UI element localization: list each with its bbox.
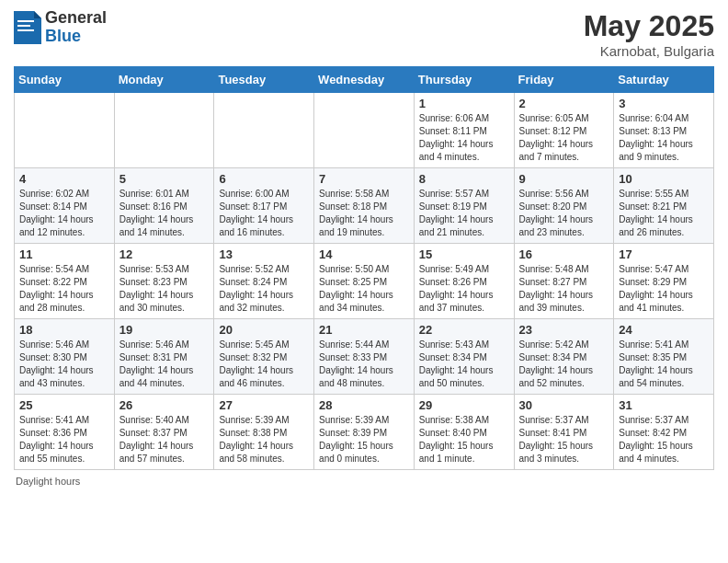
svg-rect-2	[17, 20, 34, 22]
day-info: Sunrise: 5:45 AM Sunset: 8:32 PM Dayligh…	[219, 339, 309, 390]
day-info: Sunrise: 5:41 AM Sunset: 8:36 PM Dayligh…	[19, 414, 109, 465]
day-number: 11	[19, 247, 109, 261]
day-number: 22	[419, 323, 509, 337]
calendar-cell: 15Sunrise: 5:49 AM Sunset: 8:26 PM Dayli…	[414, 244, 514, 319]
day-info: Sunrise: 5:48 AM Sunset: 8:27 PM Dayligh…	[519, 263, 609, 315]
page: General Blue May 2025 Karnobat, Bulgaria…	[0, 0, 728, 500]
day-info: Sunrise: 5:38 AM Sunset: 8:40 PM Dayligh…	[419, 414, 509, 465]
day-info: Sunrise: 5:49 AM Sunset: 8:26 PM Dayligh…	[419, 263, 509, 315]
day-number: 31	[619, 398, 709, 412]
title-block: May 2025 Karnobat, Bulgaria	[584, 9, 714, 59]
calendar-week-3: 11Sunrise: 5:54 AM Sunset: 8:22 PM Dayli…	[15, 244, 714, 319]
day-number: 6	[219, 172, 309, 186]
calendar-cell: 27Sunrise: 5:39 AM Sunset: 8:38 PM Dayli…	[214, 395, 314, 470]
calendar-cell	[214, 93, 314, 168]
calendar-cell: 6Sunrise: 6:00 AM Sunset: 8:17 PM Daylig…	[214, 168, 314, 244]
day-info: Sunrise: 5:52 AM Sunset: 8:24 PM Dayligh…	[219, 263, 309, 315]
day-number: 9	[519, 172, 609, 186]
day-number: 27	[219, 398, 309, 412]
day-info: Sunrise: 6:06 AM Sunset: 8:11 PM Dayligh…	[419, 112, 509, 164]
calendar-cell: 20Sunrise: 5:45 AM Sunset: 8:32 PM Dayli…	[214, 319, 314, 395]
calendar-cell: 16Sunrise: 5:48 AM Sunset: 8:27 PM Dayli…	[514, 244, 614, 319]
calendar-cell: 31Sunrise: 5:37 AM Sunset: 8:42 PM Dayli…	[614, 395, 714, 470]
day-number: 24	[619, 323, 709, 337]
day-number: 25	[19, 398, 109, 412]
svg-rect-4	[17, 29, 34, 31]
day-number: 13	[219, 247, 309, 261]
day-info: Sunrise: 5:44 AM Sunset: 8:33 PM Dayligh…	[319, 339, 409, 390]
calendar-cell: 30Sunrise: 5:37 AM Sunset: 8:41 PM Dayli…	[514, 395, 614, 470]
col-tuesday: Tuesday	[214, 67, 314, 93]
svg-rect-3	[17, 25, 30, 27]
day-number: 12	[119, 247, 210, 261]
day-number: 29	[419, 398, 509, 412]
logo-icon	[14, 11, 41, 44]
svg-marker-1	[34, 11, 41, 18]
calendar-cell: 7Sunrise: 5:58 AM Sunset: 8:18 PM Daylig…	[314, 168, 415, 244]
calendar-cell: 19Sunrise: 5:46 AM Sunset: 8:31 PM Dayli…	[114, 319, 214, 395]
day-number: 16	[519, 247, 609, 261]
day-number: 15	[419, 247, 509, 261]
day-info: Sunrise: 5:40 AM Sunset: 8:37 PM Dayligh…	[119, 414, 210, 465]
day-info: Sunrise: 5:53 AM Sunset: 8:23 PM Dayligh…	[119, 263, 210, 315]
day-number: 7	[319, 172, 409, 186]
day-info: Sunrise: 5:42 AM Sunset: 8:34 PM Dayligh…	[519, 339, 609, 390]
calendar-cell: 22Sunrise: 5:43 AM Sunset: 8:34 PM Dayli…	[414, 319, 514, 395]
day-info: Sunrise: 5:46 AM Sunset: 8:30 PM Dayligh…	[19, 339, 109, 390]
day-info: Sunrise: 6:00 AM Sunset: 8:17 PM Dayligh…	[219, 188, 309, 239]
calendar-cell: 8Sunrise: 5:57 AM Sunset: 8:19 PM Daylig…	[414, 168, 514, 244]
title-location: Karnobat, Bulgaria	[584, 43, 714, 59]
day-info: Sunrise: 5:57 AM Sunset: 8:19 PM Dayligh…	[419, 188, 509, 239]
day-number: 17	[619, 247, 709, 261]
calendar-cell: 28Sunrise: 5:39 AM Sunset: 8:39 PM Dayli…	[314, 395, 415, 470]
day-info: Sunrise: 5:46 AM Sunset: 8:31 PM Dayligh…	[119, 339, 210, 390]
day-info: Sunrise: 5:56 AM Sunset: 8:20 PM Dayligh…	[519, 188, 609, 239]
day-info: Sunrise: 5:55 AM Sunset: 8:21 PM Dayligh…	[619, 188, 709, 239]
calendar-cell: 4Sunrise: 6:02 AM Sunset: 8:14 PM Daylig…	[15, 168, 115, 244]
calendar-cell: 1Sunrise: 6:06 AM Sunset: 8:11 PM Daylig…	[414, 93, 514, 168]
day-number: 10	[619, 172, 709, 186]
day-info: Sunrise: 5:54 AM Sunset: 8:22 PM Dayligh…	[19, 263, 109, 315]
day-number: 1	[419, 97, 509, 110]
title-month: May 2025	[584, 9, 714, 43]
day-number: 23	[519, 323, 609, 337]
logo-text: General Blue	[45, 9, 107, 46]
logo-general: General	[45, 9, 107, 28]
day-number: 20	[219, 323, 309, 337]
calendar-cell: 26Sunrise: 5:40 AM Sunset: 8:37 PM Dayli…	[114, 395, 214, 470]
calendar-cell: 29Sunrise: 5:38 AM Sunset: 8:40 PM Dayli…	[414, 395, 514, 470]
day-number: 18	[19, 323, 109, 337]
day-number: 28	[319, 398, 409, 412]
day-number: 14	[319, 247, 409, 261]
day-info: Sunrise: 6:04 AM Sunset: 8:13 PM Dayligh…	[619, 112, 709, 164]
day-number: 3	[619, 97, 709, 110]
daylight-hours-label: Daylight hours	[16, 476, 80, 487]
calendar-cell	[314, 93, 415, 168]
calendar-cell: 11Sunrise: 5:54 AM Sunset: 8:22 PM Dayli…	[15, 244, 115, 319]
calendar-week-1: 1Sunrise: 6:06 AM Sunset: 8:11 PM Daylig…	[15, 93, 714, 168]
day-info: Sunrise: 5:37 AM Sunset: 8:41 PM Dayligh…	[519, 414, 609, 465]
day-number: 19	[119, 323, 210, 337]
day-info: Sunrise: 5:58 AM Sunset: 8:18 PM Dayligh…	[319, 188, 409, 239]
footer-note: Daylight hours	[14, 476, 714, 487]
calendar-cell: 2Sunrise: 6:05 AM Sunset: 8:12 PM Daylig…	[514, 93, 614, 168]
col-monday: Monday	[114, 67, 214, 93]
day-number: 5	[119, 172, 210, 186]
calendar-cell: 18Sunrise: 5:46 AM Sunset: 8:30 PM Dayli…	[15, 319, 115, 395]
calendar-table: Sunday Monday Tuesday Wednesday Thursday…	[14, 66, 714, 470]
calendar-week-4: 18Sunrise: 5:46 AM Sunset: 8:30 PM Dayli…	[15, 319, 714, 395]
calendar-cell: 23Sunrise: 5:42 AM Sunset: 8:34 PM Dayli…	[514, 319, 614, 395]
day-info: Sunrise: 6:02 AM Sunset: 8:14 PM Dayligh…	[19, 188, 109, 239]
calendar-cell: 13Sunrise: 5:52 AM Sunset: 8:24 PM Dayli…	[214, 244, 314, 319]
day-info: Sunrise: 6:05 AM Sunset: 8:12 PM Dayligh…	[519, 112, 609, 164]
calendar-cell: 17Sunrise: 5:47 AM Sunset: 8:29 PM Dayli…	[614, 244, 714, 319]
day-number: 8	[419, 172, 509, 186]
day-info: Sunrise: 5:50 AM Sunset: 8:25 PM Dayligh…	[319, 263, 409, 315]
calendar-cell: 12Sunrise: 5:53 AM Sunset: 8:23 PM Dayli…	[114, 244, 214, 319]
day-info: Sunrise: 5:39 AM Sunset: 8:39 PM Dayligh…	[319, 414, 409, 465]
calendar-header-row: Sunday Monday Tuesday Wednesday Thursday…	[15, 67, 714, 93]
calendar-cell	[114, 93, 214, 168]
calendar-cell: 3Sunrise: 6:04 AM Sunset: 8:13 PM Daylig…	[614, 93, 714, 168]
calendar-cell	[15, 93, 115, 168]
calendar-cell: 5Sunrise: 6:01 AM Sunset: 8:16 PM Daylig…	[114, 168, 214, 244]
